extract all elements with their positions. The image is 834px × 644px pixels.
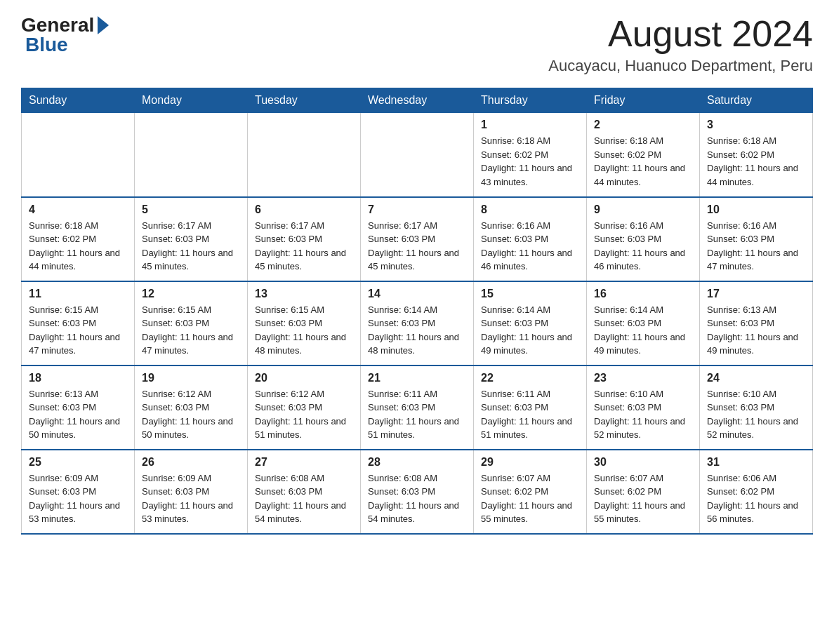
day-number: 27	[255, 456, 353, 469]
day-number: 10	[707, 203, 805, 216]
day-number: 23	[594, 372, 692, 384]
day-info: Sunrise: 6:06 AMSunset: 6:02 PMDaylight:…	[707, 471, 805, 526]
day-info: Sunrise: 6:15 AMSunset: 6:03 PMDaylight:…	[142, 303, 240, 358]
day-number: 3	[707, 119, 805, 131]
day-info: Sunrise: 6:13 AMSunset: 6:03 PMDaylight:…	[707, 303, 805, 358]
calendar-day-cell: 7Sunrise: 6:17 AMSunset: 6:03 PMDaylight…	[361, 197, 474, 281]
day-number: 31	[707, 456, 805, 469]
calendar-week-row: 18Sunrise: 6:13 AMSunset: 6:03 PMDayligh…	[22, 365, 813, 450]
day-number: 24	[707, 372, 805, 384]
day-number: 15	[481, 288, 579, 300]
calendar-week-row: 1Sunrise: 6:18 AMSunset: 6:02 PMDaylight…	[22, 113, 813, 197]
day-number: 7	[368, 203, 466, 216]
calendar-day-cell: 1Sunrise: 6:18 AMSunset: 6:02 PMDaylight…	[474, 113, 587, 197]
calendar-day-cell: 17Sunrise: 6:13 AMSunset: 6:03 PMDayligh…	[700, 281, 813, 365]
calendar-day-cell: 6Sunrise: 6:17 AMSunset: 6:03 PMDaylight…	[248, 197, 361, 281]
day-number: 21	[368, 372, 466, 384]
day-info: Sunrise: 6:11 AMSunset: 6:03 PMDaylight:…	[481, 387, 579, 442]
calendar-day-cell: 3Sunrise: 6:18 AMSunset: 6:02 PMDaylight…	[700, 113, 813, 197]
day-number: 18	[29, 372, 127, 384]
day-number: 19	[142, 372, 240, 384]
day-number: 14	[368, 288, 466, 300]
day-number: 11	[29, 288, 127, 300]
calendar-day-cell: 31Sunrise: 6:06 AMSunset: 6:02 PMDayligh…	[700, 450, 813, 534]
day-info: Sunrise: 6:10 AMSunset: 6:03 PMDaylight:…	[594, 387, 692, 442]
day-info: Sunrise: 6:18 AMSunset: 6:02 PMDaylight:…	[29, 219, 127, 274]
page-header: General Blue August 2024 Aucayacu, Huanu…	[21, 14, 813, 75]
day-info: Sunrise: 6:07 AMSunset: 6:02 PMDaylight:…	[481, 471, 579, 526]
day-number: 16	[594, 288, 692, 300]
day-number: 2	[594, 119, 692, 131]
day-of-week-header-thursday: Thursday	[474, 88, 587, 113]
day-of-week-header-saturday: Saturday	[700, 88, 813, 113]
calendar-day-cell: 5Sunrise: 6:17 AMSunset: 6:03 PMDaylight…	[135, 197, 248, 281]
calendar-header-row: SundayMondayTuesdayWednesdayThursdayFrid…	[22, 88, 813, 113]
day-info: Sunrise: 6:16 AMSunset: 6:03 PMDaylight:…	[594, 219, 692, 274]
day-number: 1	[481, 119, 579, 131]
day-info: Sunrise: 6:10 AMSunset: 6:03 PMDaylight:…	[707, 387, 805, 442]
location-subtitle: Aucayacu, Huanuco Department, Peru	[548, 57, 813, 75]
day-info: Sunrise: 6:17 AMSunset: 6:03 PMDaylight:…	[142, 219, 240, 274]
day-info: Sunrise: 6:15 AMSunset: 6:03 PMDaylight:…	[255, 303, 353, 358]
calendar-day-cell: 28Sunrise: 6:08 AMSunset: 6:03 PMDayligh…	[361, 450, 474, 534]
calendar-week-row: 11Sunrise: 6:15 AMSunset: 6:03 PMDayligh…	[22, 281, 813, 365]
day-info: Sunrise: 6:13 AMSunset: 6:03 PMDaylight:…	[29, 387, 127, 442]
calendar-day-cell: 13Sunrise: 6:15 AMSunset: 6:03 PMDayligh…	[248, 281, 361, 365]
logo-arrow-icon	[98, 16, 109, 34]
day-of-week-header-tuesday: Tuesday	[248, 88, 361, 113]
day-number: 22	[481, 372, 579, 384]
day-number: 30	[594, 456, 692, 469]
day-info: Sunrise: 6:14 AMSunset: 6:03 PMDaylight:…	[594, 303, 692, 358]
calendar-day-cell: 20Sunrise: 6:12 AMSunset: 6:03 PMDayligh…	[248, 365, 361, 450]
day-number: 29	[481, 456, 579, 469]
day-number: 26	[142, 456, 240, 469]
day-info: Sunrise: 6:14 AMSunset: 6:03 PMDaylight:…	[481, 303, 579, 358]
calendar-day-cell	[248, 113, 361, 197]
calendar-week-row: 25Sunrise: 6:09 AMSunset: 6:03 PMDayligh…	[22, 450, 813, 534]
day-info: Sunrise: 6:18 AMSunset: 6:02 PMDaylight:…	[594, 134, 692, 189]
calendar-day-cell: 2Sunrise: 6:18 AMSunset: 6:02 PMDaylight…	[587, 113, 700, 197]
calendar-day-cell: 29Sunrise: 6:07 AMSunset: 6:02 PMDayligh…	[474, 450, 587, 534]
calendar-day-cell: 15Sunrise: 6:14 AMSunset: 6:03 PMDayligh…	[474, 281, 587, 365]
day-number: 20	[255, 372, 353, 384]
day-number: 6	[255, 203, 353, 216]
day-number: 8	[481, 203, 579, 216]
day-info: Sunrise: 6:11 AMSunset: 6:03 PMDaylight:…	[368, 387, 466, 442]
day-number: 28	[368, 456, 466, 469]
day-number: 5	[142, 203, 240, 216]
calendar-day-cell: 19Sunrise: 6:12 AMSunset: 6:03 PMDayligh…	[135, 365, 248, 450]
day-info: Sunrise: 6:17 AMSunset: 6:03 PMDaylight:…	[368, 219, 466, 274]
calendar-day-cell	[361, 113, 474, 197]
day-info: Sunrise: 6:16 AMSunset: 6:03 PMDaylight:…	[707, 219, 805, 274]
day-of-week-header-monday: Monday	[135, 88, 248, 113]
logo-blue-text: Blue	[25, 34, 68, 56]
calendar-day-cell	[22, 113, 135, 197]
day-info: Sunrise: 6:08 AMSunset: 6:03 PMDaylight:…	[368, 471, 466, 526]
day-number: 9	[594, 203, 692, 216]
calendar-day-cell: 22Sunrise: 6:11 AMSunset: 6:03 PMDayligh…	[474, 365, 587, 450]
calendar-table: SundayMondayTuesdayWednesdayThursdayFrid…	[21, 88, 813, 535]
calendar-day-cell: 25Sunrise: 6:09 AMSunset: 6:03 PMDayligh…	[22, 450, 135, 534]
day-number: 13	[255, 288, 353, 300]
logo: General Blue	[21, 14, 109, 56]
calendar-day-cell: 4Sunrise: 6:18 AMSunset: 6:02 PMDaylight…	[22, 197, 135, 281]
day-info: Sunrise: 6:08 AMSunset: 6:03 PMDaylight:…	[255, 471, 353, 526]
day-info: Sunrise: 6:18 AMSunset: 6:02 PMDaylight:…	[481, 134, 579, 189]
day-info: Sunrise: 6:12 AMSunset: 6:03 PMDaylight:…	[142, 387, 240, 442]
day-info: Sunrise: 6:18 AMSunset: 6:02 PMDaylight:…	[707, 134, 805, 189]
month-year-title: August 2024	[548, 14, 813, 54]
calendar-day-cell: 16Sunrise: 6:14 AMSunset: 6:03 PMDayligh…	[587, 281, 700, 365]
day-number: 17	[707, 288, 805, 300]
day-number: 12	[142, 288, 240, 300]
day-info: Sunrise: 6:09 AMSunset: 6:03 PMDaylight:…	[142, 471, 240, 526]
calendar-day-cell	[135, 113, 248, 197]
day-number: 25	[29, 456, 127, 469]
day-of-week-header-wednesday: Wednesday	[361, 88, 474, 113]
calendar-week-row: 4Sunrise: 6:18 AMSunset: 6:02 PMDaylight…	[22, 197, 813, 281]
title-block: August 2024 Aucayacu, Huanuco Department…	[548, 14, 813, 75]
calendar-day-cell: 12Sunrise: 6:15 AMSunset: 6:03 PMDayligh…	[135, 281, 248, 365]
calendar-day-cell: 18Sunrise: 6:13 AMSunset: 6:03 PMDayligh…	[22, 365, 135, 450]
day-info: Sunrise: 6:17 AMSunset: 6:03 PMDaylight:…	[255, 219, 353, 274]
day-info: Sunrise: 6:07 AMSunset: 6:02 PMDaylight:…	[594, 471, 692, 526]
calendar-day-cell: 23Sunrise: 6:10 AMSunset: 6:03 PMDayligh…	[587, 365, 700, 450]
